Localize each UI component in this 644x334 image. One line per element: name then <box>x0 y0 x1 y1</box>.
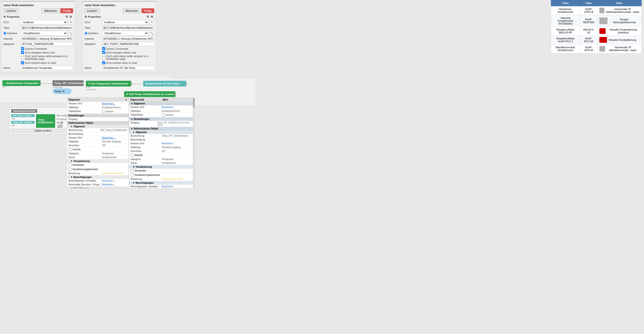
input-soll-temp[interactable]: Soll_Temp_Schlaf... <box>11 114 34 117</box>
statistik-checkbox[interactable] <box>68 148 72 151</box>
props-section-einstellungen: Einstellungen <box>67 114 129 117</box>
panel2-finish-btn[interactable]: Fertig <box>142 8 154 13</box>
props-row-objektfarbe: Objektfarbe eeeeee <box>67 109 129 114</box>
panel1-gear-icon[interactable]: ⚙ <box>66 15 69 19</box>
props-right-row-kategorie: Kategorie Temperatur <box>129 157 193 161</box>
props-panel-left: Allgemein ▼ Hinweis-Text Bearbeiten... O… <box>67 98 129 188</box>
filter-col2-header[interactable]: Filter <box>580 0 597 6</box>
panel2-ccu-edit-btn[interactable]: ✎ <box>150 20 154 25</box>
device-desc-5: Homematic IP Wandthermostat - basic <box>597 45 641 53</box>
table-row[interactable]: Heizkörper-Schlafzimmer HmIP-eTRV-B Home… <box>551 6 642 15</box>
props-row-hinweis: Hinweis-Text Bearbeiten... <box>67 102 129 106</box>
input-temp-val: V8 <box>11 124 34 127</box>
r-statistik-checkbox[interactable] <box>130 154 134 157</box>
panel1-queue-checkbox[interactable] <box>21 47 24 50</box>
node-soll-temp-loxone[interactable]: ✕ Soll Temp. Schlafzimmer an Loxone ✕ <box>124 91 176 97</box>
node-ht-set-temp[interactable]: Schlafzimmer HT Set Temp ▪ <box>143 81 186 87</box>
panel2-interface-radio[interactable] <box>84 32 88 35</box>
table-row[interactable]: Heizung Schlafzimmer INT0000001 HmIP-HEA… <box>551 15 642 27</box>
panel1-copy-icon[interactable]: ⧉ <box>70 15 73 19</box>
props-row-hinweis2: Hinweis-Text Bearbeiten... <box>67 136 129 140</box>
panel2-delete-btn[interactable]: Löschen <box>84 8 100 13</box>
node-temp-wt[interactable]: Temp_WT_Schlafzimmer ✕ <box>52 80 88 86</box>
panel2-queue-checkbox[interactable] <box>102 47 105 50</box>
device-type-5: HmIP-WTH-B <box>580 45 597 53</box>
r-objektfarbe-checkbox[interactable] <box>162 114 165 117</box>
panel1-cancel-btn[interactable]: Abbrechen <box>42 8 60 13</box>
props-left-expand[interactable]: ▼ <box>125 99 127 101</box>
scrollbar-thumb[interactable] <box>193 98 194 108</box>
panel1-emit-cached-checkbox[interactable] <box>21 61 24 64</box>
panel1-interface-select[interactable]: VirtualDevices <box>21 31 67 36</box>
table-row[interactable]: RaspberryMatic HmIP-RCV-1 HmIP-RCV-50 Vi… <box>551 36 642 45</box>
device-icon-5 <box>599 46 605 52</box>
panel2-interface-search-btn[interactable]: 🔍 <box>150 31 154 36</box>
panel2-dont-emit-checkbox[interactable] <box>102 56 105 59</box>
panel1-datapoint-input[interactable] <box>21 42 73 46</box>
panel2-gear-icon[interactable]: ⚙ <box>146 15 150 19</box>
props-subsection-visualisierung: ▼ Visualisierung <box>67 159 129 163</box>
panel1-topic-input[interactable] <box>21 26 73 30</box>
temp-schlafzimmer-main-node[interactable]: Temp. Schlafzimmer <box>36 114 55 128</box>
heizungssteuerung-title[interactable]: Heizungssteuerung <box>11 109 37 113</box>
node-temp-circle[interactable]: Temp ↻ <box>52 88 72 94</box>
panel2-datapoint-input[interactable] <box>102 42 154 46</box>
panel2-emit-changed-checkbox[interactable] <box>102 51 105 54</box>
panel1-name-input[interactable] <box>21 66 73 70</box>
panel1-channel-input[interactable] <box>21 37 73 41</box>
output-q: Q <box>60 121 63 124</box>
panel1-emit-cached-row: Emit cached value on start <box>3 61 73 64</box>
viz-kennwort-checkbox[interactable] <box>68 168 72 171</box>
panel2-topic-row: Topic <box>84 26 154 30</box>
props-scrollbar[interactable] <box>193 98 195 188</box>
node-ziel-close[interactable]: ✕ <box>88 82 90 85</box>
filter-col1-header[interactable]: Filter <box>551 0 580 6</box>
panel2-cancel-btn[interactable]: Abbrechen <box>123 8 140 13</box>
node-soll-close[interactable]: ✕ <box>126 93 128 96</box>
panel1-finish-btn[interactable]: Fertig <box>60 8 73 13</box>
panel2-title: value Node bearbeiten <box>84 4 154 7</box>
panel1-ccu-edit-btn[interactable]: ✎ <box>68 20 73 25</box>
panel2-emit-changed-row: Emit changed values only <box>84 51 154 54</box>
objektfarbe-checkbox[interactable] <box>102 110 105 113</box>
node-ziel-temp[interactable]: ✕ Ziel Temperatur Schlafzimmer <box>86 81 131 87</box>
panel1: value Node bearbeiten Löschen Abbrechen … <box>1 1 75 72</box>
verwenden-checkbox[interactable] <box>68 163 72 167</box>
r-viz-kennwort-checkbox[interactable] <box>130 173 134 177</box>
filter-col3-header[interactable]: Filter <box>597 0 641 6</box>
table-row[interactable]: Wandthermostat-Schlafzimmer HmIP-WTH-B H… <box>551 45 642 53</box>
panel2-topic-input[interactable] <box>102 26 154 30</box>
panel2-toolbar: Löschen Abbrechen Fertig <box>84 8 154 13</box>
panel1-emit-changed-checkbox[interactable] <box>21 51 24 54</box>
panel2-channel-row: channel <box>84 37 154 41</box>
panel1-interface-search-btn[interactable]: 🔍 <box>68 31 73 36</box>
panel2-ccu-row: CCU localhost ✎ <box>84 20 154 25</box>
table-row[interactable]: RaspberryMatic BidCoS-RF HM-RCV-50 Virtu… <box>551 27 642 36</box>
panel1-interface-radio[interactable] <box>3 32 6 35</box>
panel1-dont-emit-checkbox[interactable] <box>21 56 24 59</box>
panel1-topic-row: Topic <box>3 26 73 30</box>
panel2-copy-icon[interactable]: ⧉ <box>151 15 154 19</box>
r-verwenden-checkbox[interactable] <box>130 169 134 172</box>
node-ht-icon: ▪ <box>180 82 181 85</box>
panel2-ccu-select[interactable]: localhost <box>102 20 148 25</box>
device-icon-3 <box>599 28 606 34</box>
props-right-subsection-allgemein: ▼ Allgemein <box>129 130 193 134</box>
props-right-subsection-vis: ▼ Visualisierung <box>129 165 193 169</box>
panel2: value Node bearbeiten Löschen Abbrechen … <box>82 1 156 72</box>
props-right-section-ref-objekt: ▼ Referenziertes Objekt <box>129 127 193 130</box>
panel1-delete-btn[interactable]: Löschen <box>3 8 18 13</box>
panel2-name-input[interactable] <box>102 66 154 70</box>
panel2-channel-input[interactable] <box>102 37 154 41</box>
heizungssteuerung-block: Heizungssteuerung Soll_Temp_Schlaf... V8… <box>10 108 76 134</box>
objekte-zuordnen-btn[interactable]: Objekte zuordnen <box>11 129 75 133</box>
device-type-4: HmIP-RCV-50 <box>580 36 597 45</box>
input-temp-wt[interactable]: Temp_WT_Schlafz... <box>11 121 34 124</box>
node-schlafzimmer-temp[interactable]: ▪ Schlafzimmer-Temperatur <box>2 80 40 86</box>
props-right-section-allgemein: ▼ Allgemein <box>129 102 193 105</box>
panel1-ccu-select[interactable]: localhost <box>21 20 67 25</box>
panel2-interface-select[interactable]: VirtualDevices <box>102 31 148 36</box>
props-row-viz-kennwort: Visualisierungskennwort <box>67 167 129 172</box>
panel2-emit-cached-checkbox[interactable] <box>102 61 105 64</box>
device-icon-2 <box>599 18 608 24</box>
